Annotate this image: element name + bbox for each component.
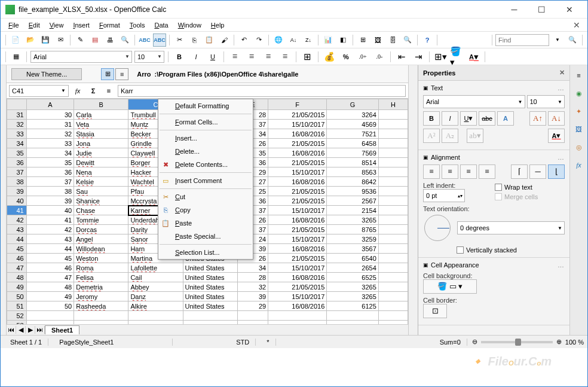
row-header[interactable]: 44 <box>7 234 27 244</box>
props-sub-button[interactable]: A₂ <box>442 129 458 143</box>
find-input[interactable] <box>495 34 549 46</box>
del-decimal-button[interactable]: .0- <box>372 50 387 63</box>
autospell-icon[interactable]: ABC <box>153 33 166 47</box>
row-header[interactable]: 52 <box>7 311 27 321</box>
props-size-combo[interactable]: 10▼ <box>527 95 565 108</box>
font-name-combo[interactable]: Arial▼ <box>30 51 132 63</box>
sort-desc-icon[interactable]: Z↓ <box>302 33 315 47</box>
menu-edit[interactable]: Edit <box>24 20 44 30</box>
function-wizard-icon[interactable]: fx <box>71 84 84 97</box>
underline-button[interactable]: U <box>206 50 220 63</box>
align-center-button[interactable]: ≡ <box>244 50 259 63</box>
row-header[interactable]: 51 <box>7 301 27 311</box>
props-halign-left[interactable]: ≡ <box>423 164 440 179</box>
props-super-button[interactable]: A² <box>423 129 440 143</box>
zoom-icon[interactable]: 🔍 <box>401 33 414 47</box>
row-header[interactable]: 49 <box>7 282 27 292</box>
doc-close-button[interactable]: ✕ <box>569 20 584 30</box>
sidetab-properties-icon[interactable]: ≡ <box>572 69 586 82</box>
redo-icon[interactable]: ↷ <box>252 33 265 47</box>
props-strike-button[interactable]: abc <box>479 111 495 126</box>
props-border-button[interactable]: ⊡ <box>423 304 447 318</box>
tab-last-button[interactable]: ⏭ <box>35 326 45 334</box>
props-bold-button[interactable]: B <box>423 111 440 126</box>
row-header[interactable]: 50 <box>7 292 27 301</box>
navigator-icon[interactable]: ⊞ <box>356 33 369 47</box>
sum-icon[interactable]: Σ <box>87 84 100 97</box>
merge-button[interactable]: ⊞ <box>300 50 314 63</box>
menu-insert[interactable]: Insert <box>69 20 94 30</box>
print-icon[interactable]: 🖶 <box>103 33 117 47</box>
props-valign-top[interactable]: ⌈ <box>511 164 528 179</box>
align-left-button[interactable]: ≡ <box>228 50 242 63</box>
vertical-scrollbar[interactable] <box>408 65 418 335</box>
menu-help[interactable]: Help <box>207 20 229 30</box>
menu-window[interactable]: Window <box>174 20 206 30</box>
equals-icon[interactable]: = <box>102 84 115 97</box>
help-icon[interactable]: ? <box>421 33 434 47</box>
font-size-combo[interactable]: 10▼ <box>134 51 164 63</box>
row-header[interactable]: 41 <box>7 206 27 215</box>
row-header[interactable]: 42 <box>7 215 27 225</box>
menu-data[interactable]: Data <box>150 20 172 30</box>
row-header[interactable]: 31 <box>7 110 27 120</box>
sheet-tab[interactable]: Sheet1 <box>45 325 79 334</box>
props-merge-checkbox[interactable]: Merge cells <box>495 193 565 200</box>
email-icon[interactable]: ✉ <box>54 33 67 47</box>
props-halign-justify[interactable]: ≡ <box>479 164 495 179</box>
inc-indent-button[interactable]: ⇥ <box>411 50 425 63</box>
row-header[interactable]: 39 <box>7 187 27 196</box>
borders-button[interactable]: ⊞▾ <box>433 50 448 63</box>
add-decimal-button[interactable]: .0+ <box>356 50 370 63</box>
row-header[interactable]: 48 <box>7 273 27 282</box>
cell-reference-box[interactable]: C41▼ <box>9 85 69 97</box>
spellcheck-icon[interactable]: ABC <box>138 33 151 47</box>
row-header[interactable]: 46 <box>7 254 27 263</box>
copy-icon[interactable]: ⎘ <box>188 33 201 47</box>
spreadsheet-grid[interactable]: ABCDEFGH3130CarlaTrumbull2821/05/2015326… <box>7 99 408 324</box>
sidetab-functions-icon[interactable]: fx <box>572 159 586 172</box>
paintbrush-icon[interactable]: 🖌 <box>218 33 231 47</box>
col-header[interactable]: B <box>74 99 128 110</box>
minimize-button[interactable]: ─ <box>501 1 528 18</box>
zoom-slider[interactable] <box>481 341 553 343</box>
tab-first-button[interactable]: ⏮ <box>7 326 16 334</box>
sidetab-compass-icon[interactable]: ◎ <box>572 141 586 154</box>
row-header[interactable]: 36 <box>7 158 27 167</box>
cut-icon[interactable]: ✂ <box>173 33 186 47</box>
dec-indent-button[interactable]: ⇤ <box>394 50 409 63</box>
chart-icon[interactable]: 📊 <box>321 33 335 47</box>
menu-tools[interactable]: Tools <box>125 20 149 30</box>
row-header[interactable]: 35 <box>7 148 27 158</box>
row-header[interactable]: 40 <box>7 196 27 206</box>
context-menu-item[interactable]: Delete... <box>158 145 253 158</box>
context-menu-item[interactable]: Selection List... <box>158 246 253 259</box>
props-highlight-button[interactable]: ab▾ <box>467 129 483 143</box>
row-header[interactable]: 37 <box>7 167 27 177</box>
row-header[interactable]: 43 <box>7 225 27 234</box>
row-header[interactable]: 45 <box>7 244 27 254</box>
show-draw-icon[interactable]: ◧ <box>336 33 350 47</box>
props-grow-button[interactable]: A↑ <box>529 111 546 126</box>
styles-icon[interactable]: ▦ <box>10 50 23 63</box>
gallery-list-view[interactable]: ≡ <box>115 68 128 80</box>
row-header[interactable]: 34 <box>7 139 27 148</box>
maximize-button[interactable]: ☐ <box>528 1 555 18</box>
percent-button[interactable]: % <box>339 50 353 63</box>
row-header[interactable]: 33 <box>7 129 27 139</box>
bold-button[interactable]: B <box>172 50 186 63</box>
properties-close-icon[interactable]: ✕ <box>559 69 565 77</box>
new-theme-button[interactable]: New Theme... <box>11 68 82 80</box>
find-dropdown-icon[interactable]: ▼ <box>551 33 564 47</box>
formula-input[interactable]: Karr <box>118 85 406 97</box>
props-degrees-combo[interactable]: 0 degrees▼ <box>457 221 565 234</box>
fontcolor-button[interactable]: A▾ <box>467 50 481 63</box>
context-menu-item[interactable]: ✂Cut <box>158 190 253 203</box>
hyperlink-icon[interactable]: 🌐 <box>272 33 285 47</box>
align-justify-button[interactable]: ≡ <box>278 50 292 63</box>
context-menu-item[interactable]: Paste Special... <box>158 230 253 243</box>
props-vstack-checkbox[interactable]: Vertically stacked <box>457 246 565 254</box>
col-header[interactable]: G <box>327 99 379 110</box>
gallery-icons-view[interactable]: ⊞ <box>101 68 114 80</box>
row-header[interactable]: 32 <box>7 120 27 129</box>
